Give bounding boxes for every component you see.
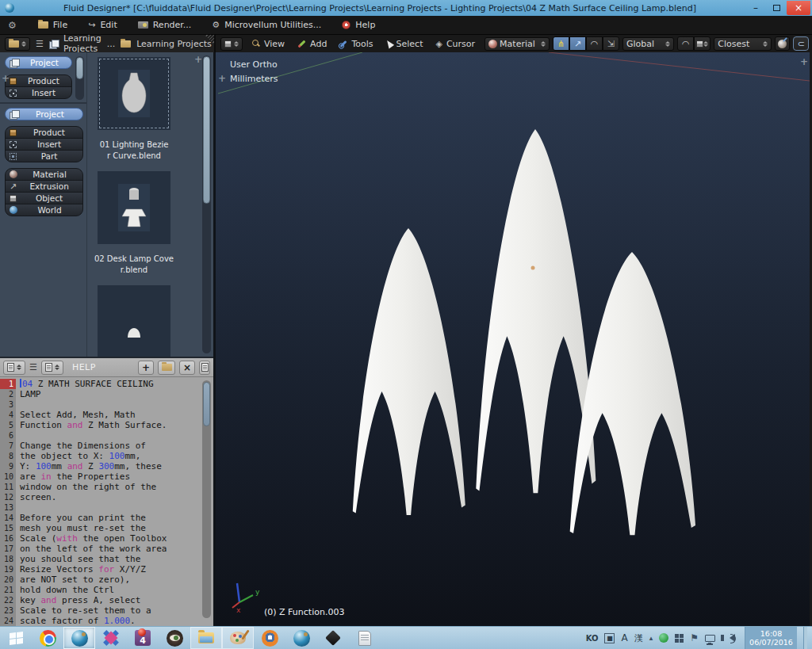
taskbar-chrome-button[interactable] <box>32 627 63 649</box>
thumbnail-label-line: 01 Lighting Bezie <box>87 139 181 151</box>
cube-tan-icon <box>10 78 17 85</box>
menu-edit[interactable]: ↪Edit <box>78 16 128 34</box>
sidebar-item-insert[interactable]: Insert <box>5 138 83 151</box>
code-segment: key <box>20 595 41 605</box>
show-desktop-button[interactable] <box>803 627 807 649</box>
viewport-menu-cursor[interactable]: ◈Cursor <box>429 39 481 49</box>
volume-icon[interactable] <box>730 634 735 642</box>
line-text: LAMP <box>16 389 41 399</box>
region-expand-icon[interactable]: + <box>800 58 808 66</box>
taskbar-fluid-designer-2-button[interactable] <box>285 627 317 649</box>
folder-icon <box>121 40 131 48</box>
taskbar-media-player-button[interactable]: 4 <box>127 627 159 649</box>
sidebar-button-group: Project <box>5 108 83 120</box>
thumbnail-1[interactable] <box>98 57 170 130</box>
windows-tray-icon[interactable] <box>675 634 684 643</box>
taskbar-start-button[interactable] <box>0 627 32 649</box>
menu-label: Render... <box>153 20 192 30</box>
thumbnails-scrollbar[interactable] <box>202 55 211 353</box>
manipulator-rotate-button[interactable]: ◠ <box>586 36 603 51</box>
snap-toggle-button[interactable]: ◠ <box>677 36 694 51</box>
taskbar-molecule-app-button[interactable] <box>95 627 127 649</box>
region-expand-icon[interactable]: + <box>194 55 202 63</box>
editor-line: 6 <box>0 430 213 441</box>
taskbar-clock[interactable]: 16:08 06/07/2016 <box>745 627 797 649</box>
region-expand-icon[interactable]: + <box>218 74 226 82</box>
screen-dropdown-partial[interactable] <box>199 361 210 375</box>
sidebar-item-project[interactable]: Project <box>5 108 83 120</box>
manipulator-axis-button[interactable]: ⋔ <box>553 36 569 51</box>
sidebar-item-product[interactable]: Product <box>5 126 83 139</box>
close-button[interactable]: × <box>787 1 810 15</box>
hamburger-menu-icon[interactable]: ☰ <box>36 40 44 48</box>
viewport-mode-dropdown[interactable] <box>220 37 243 51</box>
menu-help[interactable]: Help <box>331 16 385 34</box>
viewport-menu-tools[interactable]: Tools <box>333 39 379 49</box>
snap-element-dropdown[interactable] <box>694 36 710 51</box>
sidebar-item-project[interactable]: Project <box>5 56 72 69</box>
text-datablock-name[interactable]: HELP <box>67 362 134 372</box>
clip-border-button[interactable]: ⊂ <box>793 36 809 51</box>
editor-scrollbar[interactable] <box>202 380 211 618</box>
viewport-menu-view[interactable]: View <box>246 39 291 49</box>
sidebar-item-product[interactable]: Product <box>5 74 72 87</box>
hamburger-menu-icon[interactable]: ☰ <box>29 363 37 372</box>
menu-microvellum-utilities-[interactable]: ⚙Microvellum Utilities... <box>201 16 331 34</box>
main-area: ProjectProductInsert ProjectProductInser… <box>0 52 812 626</box>
editor-type-dropdown[interactable] <box>3 361 25 375</box>
manipulator-scale-button[interactable]: ⇲ <box>603 36 619 51</box>
text-datablock-dropdown[interactable] <box>41 361 63 375</box>
ime-box-icon[interactable]: ■ <box>604 633 615 643</box>
thumbnail-2[interactable] <box>98 171 170 244</box>
shading-dropdown[interactable]: Material <box>485 37 550 51</box>
taskbar-notepad-button[interactable] <box>349 627 381 649</box>
taskbar-inkscape-button[interactable] <box>317 627 349 649</box>
minimize-button[interactable]: – <box>745 1 766 15</box>
snap-target-dropdown[interactable]: Closest <box>714 37 772 51</box>
sidebar-scrollbar[interactable] <box>75 56 84 100</box>
editor-scrollbar-thumb[interactable] <box>203 382 210 426</box>
taskbar-paint-button[interactable] <box>222 627 254 649</box>
viewport-menu-add[interactable]: Add <box>291 39 333 49</box>
ime-mode-indicator[interactable]: A <box>621 632 627 643</box>
viewport-menu-select[interactable]: Select <box>380 39 430 49</box>
sync-tray-icon[interactable] <box>659 633 668 643</box>
snap-cube-icon <box>696 40 703 48</box>
sidebar-item-part[interactable]: Part <box>5 150 83 162</box>
open-text-button[interactable] <box>158 361 175 375</box>
orientation-dropdown[interactable]: Global <box>622 37 674 51</box>
editor-type-dropdown[interactable] <box>5 37 30 51</box>
taskbar-blender-button[interactable] <box>254 627 285 649</box>
new-text-button[interactable]: + <box>138 361 154 375</box>
network-display-icon[interactable] <box>705 635 715 642</box>
menu-render-[interactable]: Render... <box>128 16 202 34</box>
hidden-icons-chevron[interactable]: ▴ <box>649 634 653 642</box>
viewport-3d[interactable]: y x User Ortho Millimeters (0) Z Functio… <box>216 52 812 626</box>
text-editor-body[interactable]: 104 Z MATH SURFACE CEILING2LAMP34Select … <box>0 377 213 626</box>
region-expand-icon[interactable]: + <box>2 74 10 82</box>
taskbar-gimp-button[interactable] <box>159 627 190 649</box>
breadcrumb-folder[interactable]: Learning Projects - <box>136 39 216 49</box>
line-number: 4 <box>0 410 16 420</box>
sidebar-item-insert[interactable]: Insert <box>5 86 72 99</box>
maximize-button[interactable] <box>766 1 787 15</box>
taskbar-fluid-designer-button[interactable] <box>63 627 95 649</box>
taskbar-file-explorer-button[interactable] <box>190 627 222 649</box>
sidebar-item-extrusion[interactable]: ↗Extrusion <box>5 180 83 193</box>
line-text: Y: 100mm and Z 300mm, these <box>16 461 162 471</box>
menu-file[interactable]: File <box>28 16 78 34</box>
language-indicator[interactable]: KO <box>586 634 599 643</box>
breadcrumb-project[interactable]: Learning Projects <box>63 35 102 52</box>
settings-gear-icon[interactable]: ⚙ <box>8 21 17 30</box>
sidebar-scrollbar-thumb[interactable] <box>76 57 83 79</box>
sidebar-item-world[interactable]: World <box>5 204 83 216</box>
action-center-flag-icon[interactable]: ⚑ <box>690 632 699 643</box>
thumbnails-scrollbar-thumb[interactable] <box>203 56 210 204</box>
sidebar-item-object[interactable]: Object <box>5 192 83 204</box>
ime-hanja-indicator[interactable]: 漢 <box>634 632 643 644</box>
unlink-text-button[interactable]: × <box>179 361 195 375</box>
manipulator-translate-button[interactable]: ↗ <box>569 36 586 51</box>
sidebar-item-material[interactable]: Material <box>5 168 83 181</box>
proportional-paint-button[interactable] <box>775 36 791 51</box>
thumbnail-3[interactable] <box>98 285 170 357</box>
